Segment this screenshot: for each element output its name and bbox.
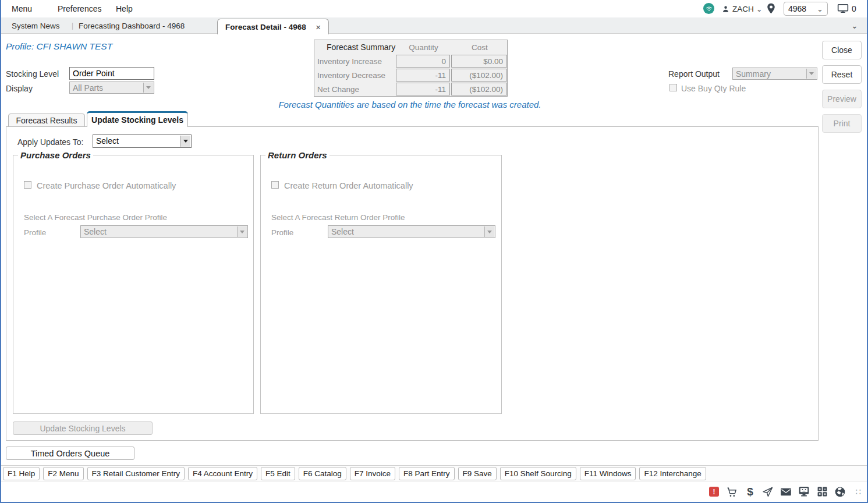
purchase-orders-title: Purchase Orders (18, 150, 93, 160)
update-stocking-levels-button[interactable]: Update Stocking Levels (13, 421, 153, 435)
display-select[interactable]: All Parts (69, 82, 154, 94)
user-menu[interactable]: ZACH ⌄ (721, 3, 763, 15)
fkey-f5-edit[interactable]: F5 Edit (261, 467, 295, 480)
use-buy-qty-checkbox[interactable] (669, 84, 677, 91)
table-row: Net Change -11 ($102.00) (314, 82, 507, 96)
row-cost: ($102.00) (451, 83, 507, 95)
fkey-f8-part-entry[interactable]: F8 Part Entry (399, 467, 455, 480)
tab-overflow-chevron-icon[interactable]: ⌄ (851, 21, 858, 30)
fkey-f9-save[interactable]: F9 Save (458, 467, 497, 480)
return-orders-group: Return Orders Create Return Order Automa… (260, 150, 502, 414)
table-row: Inventory Decrease -11 ($102.00) (314, 68, 507, 82)
use-buy-qty-label: Use Buy Qty Rule (681, 84, 746, 93)
purchase-profile-select[interactable]: Select (80, 225, 248, 238)
connection-status-icon (703, 3, 714, 14)
user-name: ZACH (732, 5, 754, 13)
report-output-select[interactable]: Summary (732, 68, 817, 80)
report-output-label: Report Output (668, 69, 720, 79)
print-button[interactable]: Print (822, 114, 862, 133)
menu-item-menu[interactable]: Menu (12, 4, 32, 13)
tab-close-icon[interactable]: × (316, 23, 321, 31)
cart-icon[interactable] (725, 486, 738, 498)
create-purchase-order-checkbox[interactable] (24, 181, 31, 189)
select-return-profile-label: Select A Forecast Return Order Profile (271, 213, 405, 222)
tab-forecast-detail[interactable]: Forecast Detail - 4968 × (217, 19, 329, 34)
location-pin-icon (767, 3, 775, 16)
table-row: Inventory Increase 0 $0.00 (314, 54, 507, 68)
store-select[interactable]: 4968 ⌄ (784, 2, 828, 16)
profile-title: Profile: CFI SHAWN TEST (6, 41, 112, 52)
row-cost: $0.00 (451, 55, 507, 68)
fkey-f11-windows[interactable]: F11 Windows (580, 467, 636, 480)
apply-updates-select-arrow-icon (180, 136, 190, 147)
status-bar: ! $ (1, 482, 867, 501)
row-quantity: 0 (396, 55, 450, 68)
report-output-select-value: Summary (733, 68, 817, 80)
tab-update-stocking-levels[interactable]: Update Stocking Levels (87, 111, 188, 127)
fkey-f4-account-entry[interactable]: F4 Account Entry (188, 467, 257, 480)
row-quantity: -11 (396, 83, 450, 95)
row-label: Net Change (314, 85, 396, 94)
app-window: Menu Preferences Help ZACH ⌄ 4968 ⌄ (0, 0, 868, 503)
monitor-icon[interactable] (798, 486, 810, 498)
purchase-profile-select-value: Select (81, 226, 247, 238)
user-chevron-icon: ⌄ (756, 5, 763, 13)
menu-item-preferences[interactable]: Preferences (58, 4, 101, 13)
tab-forecast-results[interactable]: Forecast Results (8, 114, 85, 127)
timed-orders-queue-button[interactable]: Timed Orders Queue (6, 447, 134, 460)
row-label: Inventory Decrease (314, 71, 396, 80)
globe-icon[interactable] (834, 486, 846, 498)
function-key-bar: F1 Help F2 Menu F3 Retail Customer Entry… (1, 465, 867, 481)
display-label: Display (6, 84, 33, 93)
fkey-f12-interchange[interactable]: F12 Interchange (639, 467, 706, 480)
create-return-order-checkbox[interactable] (271, 181, 279, 189)
fkey-f3-retail-customer-entry[interactable]: F3 Retail Customer Entry (87, 467, 185, 480)
store-chevron-icon: ⌄ (817, 5, 823, 13)
row-quantity: -11 (396, 69, 450, 82)
forecast-summary-table: Forecast Summary Quantity Cost Inventory… (314, 40, 508, 97)
display-select-value: All Parts (70, 82, 154, 94)
return-profile-select[interactable]: Select (328, 225, 495, 238)
fkey-f1-help[interactable]: F1 Help (3, 467, 40, 480)
send-icon[interactable] (761, 486, 774, 498)
fkey-f6-catalog[interactable]: F6 Catalog (299, 467, 346, 480)
create-return-order-label: Create Return Order Automatically (284, 181, 413, 190)
forecast-notice: Forecast Quantities are based on the tim… (1, 100, 819, 109)
tab-forecast-detail-label: Forecast Detail - 4968 (225, 23, 306, 31)
reset-button[interactable]: Reset (822, 65, 862, 84)
summary-col-quantity: Quantity (396, 43, 451, 52)
row-cost: ($102.00) (451, 69, 507, 82)
user-icon (721, 5, 730, 13)
apply-updates-select[interactable]: Select (93, 134, 192, 148)
fkey-f7-invoice[interactable]: F7 Invoice (350, 467, 395, 480)
report-output-select-arrow-icon (806, 69, 816, 79)
alert-icon[interactable]: ! (707, 486, 720, 498)
purchase-profile-select-arrow-icon (237, 226, 247, 237)
select-purchase-profile-label: Select A Forecast Purchase Order Profile (24, 213, 167, 222)
return-profile-select-value: Select (328, 226, 495, 238)
summary-header-row: Forecast Summary Quantity Cost (314, 40, 507, 54)
fkey-f10-shelf-sourcing[interactable]: F10 Shelf Sourcing (500, 467, 576, 480)
session-count: 0 (852, 4, 856, 13)
fkey-f2-menu[interactable]: F2 Menu (43, 467, 83, 480)
return-profile-label: Profile (271, 228, 293, 237)
nav-forecasting-dashboard[interactable]: Forecasting Dashboard - 4968 (79, 22, 185, 30)
calculator-icon[interactable] (816, 486, 828, 498)
nav-separator: | (72, 22, 73, 30)
dollar-icon[interactable]: $ (743, 486, 756, 498)
mail-icon[interactable] (780, 486, 792, 498)
resize-grip[interactable]: ∷ (855, 487, 861, 497)
close-button[interactable]: Close (822, 41, 862, 59)
purchase-orders-group: Purchase Orders Create Purchase Order Au… (13, 150, 254, 414)
apply-updates-select-value: Select (93, 135, 191, 147)
create-purchase-order-label: Create Purchase Order Automatically (37, 181, 176, 190)
nav-system-news[interactable]: System News (12, 22, 60, 30)
stocking-level-input[interactable] (69, 67, 154, 80)
preview-button[interactable]: Preview (822, 90, 862, 108)
purchase-profile-label: Profile (24, 228, 46, 237)
display-select-arrow-icon (143, 83, 153, 93)
summary-col-cost: Cost (451, 43, 508, 52)
return-profile-select-arrow-icon (484, 226, 494, 237)
menu-item-help[interactable]: Help (116, 4, 133, 13)
apply-updates-label: Apply Updates To: (17, 137, 83, 147)
